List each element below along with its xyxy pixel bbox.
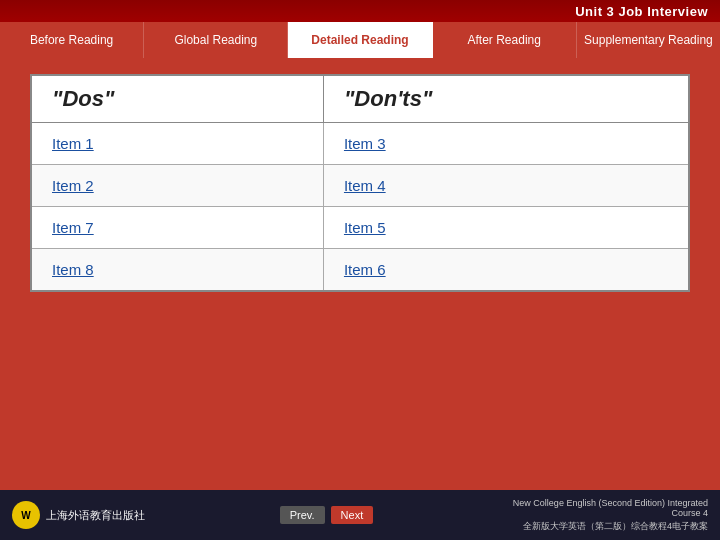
prev-button[interactable]: Prev. (280, 506, 325, 524)
dos-donts-table: "Dos" "Don'ts" Item 1 Item 3 Item 2 Item… (30, 74, 690, 292)
dos-header: "Dos" (31, 75, 323, 123)
tab-global-reading[interactable]: Global Reading (144, 22, 288, 58)
donts-header: "Don'ts" (323, 75, 689, 123)
top-bar: Unit 3 Job Interview (0, 0, 720, 22)
bottom-bar: W 上海外语教育出版社 Prev. Next New College Engli… (0, 490, 720, 540)
bottom-logo: W 上海外语教育出版社 (12, 501, 145, 529)
unit-title: Unit 3 Job Interview (575, 4, 708, 19)
item-8[interactable]: Item 8 (31, 249, 323, 292)
item-3[interactable]: Item 3 (323, 123, 689, 165)
book-info: New College English (Second Edition) Int… (508, 498, 708, 518)
book-info2: 全新版大学英语（第二版）综合教程4电子教案 (523, 520, 708, 533)
main-content: "Dos" "Don'ts" Item 1 Item 3 Item 2 Item… (0, 58, 720, 302)
table-row: Item 8 Item 6 (31, 249, 689, 292)
item-5[interactable]: Item 5 (323, 207, 689, 249)
tab-detailed-reading[interactable]: Detailed Reading (288, 22, 432, 58)
bottom-right-info: New College English (Second Edition) Int… (508, 498, 708, 533)
tab-supplementary-reading[interactable]: Supplementary Reading (577, 22, 720, 58)
tab-after-reading[interactable]: After Reading (433, 22, 577, 58)
item-7[interactable]: Item 7 (31, 207, 323, 249)
nav-tabs: Before Reading Global Reading Detailed R… (0, 22, 720, 58)
item-4[interactable]: Item 4 (323, 165, 689, 207)
table-row: Item 1 Item 3 (31, 123, 689, 165)
bottom-nav-buttons: Prev. Next (280, 506, 373, 524)
item-6[interactable]: Item 6 (323, 249, 689, 292)
item-2[interactable]: Item 2 (31, 165, 323, 207)
logo-icon: W (12, 501, 40, 529)
next-button[interactable]: Next (331, 506, 374, 524)
table-row: Item 2 Item 4 (31, 165, 689, 207)
brand-name: 上海外语教育出版社 (46, 508, 145, 523)
table-row: Item 7 Item 5 (31, 207, 689, 249)
item-1[interactable]: Item 1 (31, 123, 323, 165)
tab-before-reading[interactable]: Before Reading (0, 22, 144, 58)
